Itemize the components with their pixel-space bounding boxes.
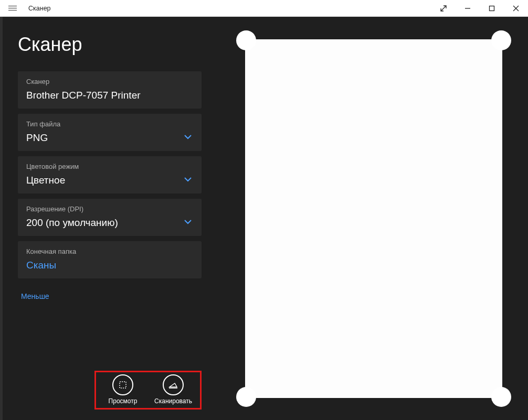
crop-handle-bottom-right[interactable] xyxy=(491,387,511,407)
scanner-label: Сканер xyxy=(26,78,193,85)
scan-button[interactable]: Сканировать xyxy=(150,374,197,405)
scan-icon xyxy=(163,374,184,395)
preview-icon xyxy=(112,374,133,395)
app-title: Сканер xyxy=(28,5,51,12)
page-title: Сканер xyxy=(18,34,202,56)
action-bar: Просмотр Сканировать xyxy=(94,371,202,410)
titlebar-left: Сканер xyxy=(0,0,51,17)
titlebar: Сканер xyxy=(0,0,528,17)
close-icon xyxy=(513,5,519,12)
filetype-select[interactable]: Тип файла PNG xyxy=(18,114,202,151)
hamburger-icon xyxy=(8,4,17,12)
preview-page[interactable] xyxy=(245,39,502,398)
menu-button[interactable] xyxy=(0,0,25,17)
crop-handle-top-right[interactable] xyxy=(491,30,511,50)
less-link[interactable]: Меньше xyxy=(21,292,49,300)
maximize-icon xyxy=(489,5,495,12)
dest-folder-value: Сканы xyxy=(26,260,193,271)
filetype-value: PNG xyxy=(26,132,193,144)
dpi-value: 200 (по умолчанию) xyxy=(26,217,193,229)
maximize-button[interactable] xyxy=(480,0,504,17)
minimize-button[interactable] xyxy=(456,0,480,17)
crop-handle-top-left[interactable] xyxy=(236,30,256,50)
window-controls xyxy=(431,0,528,17)
svg-rect-5 xyxy=(120,382,126,388)
fullscreen-button[interactable] xyxy=(431,0,456,17)
chevron-down-icon xyxy=(184,175,192,184)
minimize-icon xyxy=(464,5,471,12)
chevron-down-icon xyxy=(184,217,192,227)
dest-folder-select[interactable]: Конечная папка Сканы xyxy=(18,241,202,278)
scanner-select[interactable]: Сканер Brother DCP-7057 Printer xyxy=(18,71,202,109)
filetype-label: Тип файла xyxy=(26,120,193,128)
settings-panel: Сканер Сканер Brother DCP-7057 Printer Т… xyxy=(0,17,219,420)
scan-label: Сканировать xyxy=(154,397,192,405)
preview-label: Просмотр xyxy=(109,397,138,405)
close-button[interactable] xyxy=(504,0,528,17)
colormode-select[interactable]: Цветовой режим Цветное xyxy=(18,156,202,193)
dpi-select[interactable]: Разрешение (DPI) 200 (по умолчанию) xyxy=(18,199,202,236)
content: Сканер Сканер Brother DCP-7057 Printer Т… xyxy=(0,17,528,420)
chevron-down-icon xyxy=(184,132,192,142)
colormode-label: Цветовой режим xyxy=(26,163,193,170)
dest-folder-label: Конечная папка xyxy=(26,247,193,255)
dpi-label: Разрешение (DPI) xyxy=(26,205,193,213)
svg-line-0 xyxy=(441,6,446,11)
expand-icon xyxy=(440,5,447,12)
preview-button[interactable]: Просмотр xyxy=(99,374,146,405)
scanner-value: Brother DCP-7057 Printer xyxy=(26,90,193,101)
side-handle[interactable] xyxy=(0,17,3,420)
crop-handle-bottom-left[interactable] xyxy=(236,387,256,407)
svg-rect-2 xyxy=(490,6,494,10)
colormode-value: Цветное xyxy=(26,175,193,186)
preview-area xyxy=(219,17,528,420)
